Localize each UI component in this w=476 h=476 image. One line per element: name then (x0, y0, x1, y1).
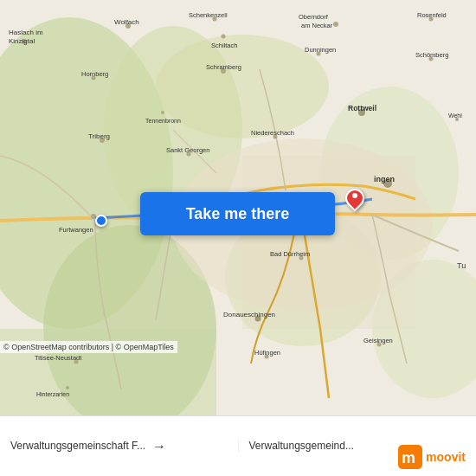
svg-text:Titisee-Neustadt: Titisee-Neustadt (35, 354, 82, 362)
svg-point-18 (222, 35, 226, 39)
moovit-text-label: moovit (426, 450, 466, 464)
svg-text:Donaueschingen: Donaueschingen (223, 311, 275, 318)
origin-place-name: Verwaltungsgemeinschaft F... (10, 440, 145, 453)
destination-place-name: Verwaltungsgemeind... (249, 440, 354, 453)
map-attribution: © OpenStreetMap contributors | © OpenMap… (0, 341, 177, 353)
bottom-left-section[interactable]: Verwaltungsgemeinschaft F... → (0, 439, 238, 454)
origin-marker (95, 215, 107, 227)
bottom-bar: Verwaltungsgemeinschaft F... → Verwaltun… (0, 415, 476, 476)
svg-text:Tu: Tu (457, 261, 466, 270)
moovit-logo: m moovit (398, 445, 466, 469)
svg-point-20 (333, 22, 338, 27)
bottom-right-section[interactable]: Verwaltungsgemeind... m moovit (238, 440, 477, 453)
svg-text:Schiltach: Schiltach (211, 42, 237, 49)
svg-text:Schenkenzell: Schenkenzell (189, 11, 228, 19)
destination-marker (344, 189, 365, 209)
take-me-there-button[interactable]: Take me there (140, 192, 335, 235)
direction-arrow-icon: → (152, 439, 166, 454)
svg-text:Hüfingen: Hüfingen (254, 349, 280, 357)
svg-text:Oberndorf: Oberndorf (299, 13, 329, 21)
moovit-icon: m (398, 445, 422, 469)
svg-text:Sankt Georgen: Sankt Georgen (166, 146, 209, 154)
svg-text:Geisingen: Geisingen (363, 337, 393, 344)
destination-text-container: Verwaltungsgemeind... (249, 440, 354, 453)
svg-text:Kinzigtal: Kinzigtal (9, 37, 35, 45)
svg-text:Schramberg: Schramberg (206, 63, 241, 71)
svg-text:Triberg: Triberg (88, 132, 110, 140)
svg-text:Haslach im: Haslach im (9, 29, 43, 36)
svg-text:Wolfach: Wolfach (114, 18, 139, 26)
svg-text:Bad Dürrheim: Bad Dürrheim (270, 250, 310, 258)
svg-text:m: m (402, 449, 415, 466)
map-container: Haslach im Kinzigtal Wolfach Schenkenzel… (0, 0, 476, 415)
svg-text:Schömberg: Schömberg (415, 51, 448, 59)
svg-text:Hornberg: Hornberg (81, 70, 108, 78)
svg-text:Hinterzarten: Hinterzarten (36, 391, 69, 397)
svg-text:am Neckar: am Neckar (301, 22, 333, 29)
svg-text:Tennenbronn: Tennenbronn (145, 118, 181, 124)
svg-text:Furtwangen: Furtwangen (59, 226, 93, 234)
origin-text-container: Verwaltungsgemeinschaft F... (10, 440, 145, 453)
svg-point-8 (156, 35, 329, 138)
svg-text:Rottweil: Rottweil (348, 104, 376, 113)
svg-text:ingen: ingen (374, 175, 395, 183)
svg-text:Rosenfeld: Rosenfeld (417, 11, 447, 19)
svg-point-33 (161, 111, 164, 114)
svg-text:Wehl: Wehl (448, 113, 462, 119)
svg-text:Dunningen: Dunningen (305, 46, 336, 54)
svg-point-61 (66, 386, 69, 389)
svg-text:Niedereschach: Niedereschach (251, 129, 294, 137)
